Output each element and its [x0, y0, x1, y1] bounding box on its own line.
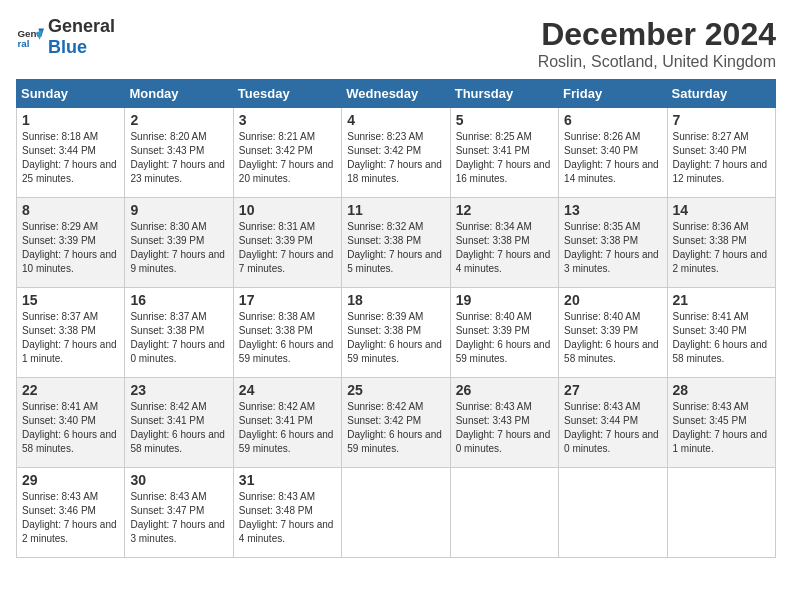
sunset-label: Sunset: 3:39 PM — [130, 235, 204, 246]
col-header-saturday: Saturday — [667, 80, 775, 108]
day-number: 19 — [456, 292, 553, 308]
logo-text: General Blue — [48, 16, 115, 58]
daylight-label: Daylight: 6 hours and 59 minutes. — [347, 429, 442, 454]
sunrise-label: Sunrise: 8:42 AM — [130, 401, 206, 412]
sunset-label: Sunset: 3:41 PM — [239, 415, 313, 426]
sunrise-label: Sunrise: 8:43 AM — [22, 491, 98, 502]
svg-text:ral: ral — [17, 38, 29, 49]
daylight-label: Daylight: 7 hours and 0 minutes. — [130, 339, 225, 364]
sunset-label: Sunset: 3:40 PM — [564, 145, 638, 156]
day-info: Sunrise: 8:41 AM Sunset: 3:40 PM Dayligh… — [673, 310, 770, 366]
sunrise-label: Sunrise: 8:30 AM — [130, 221, 206, 232]
calendar-table: SundayMondayTuesdayWednesdayThursdayFrid… — [16, 79, 776, 558]
daylight-label: Daylight: 7 hours and 0 minutes. — [564, 429, 659, 454]
calendar-cell: 1 Sunrise: 8:18 AM Sunset: 3:44 PM Dayli… — [17, 108, 125, 198]
daylight-label: Daylight: 6 hours and 58 minutes. — [564, 339, 659, 364]
calendar-cell: 6 Sunrise: 8:26 AM Sunset: 3:40 PM Dayli… — [559, 108, 667, 198]
day-number: 31 — [239, 472, 336, 488]
day-info: Sunrise: 8:18 AM Sunset: 3:44 PM Dayligh… — [22, 130, 119, 186]
sunrise-label: Sunrise: 8:37 AM — [130, 311, 206, 322]
daylight-label: Daylight: 7 hours and 7 minutes. — [239, 249, 334, 274]
sunset-label: Sunset: 3:42 PM — [347, 145, 421, 156]
calendar-week-2: 8 Sunrise: 8:29 AM Sunset: 3:39 PM Dayli… — [17, 198, 776, 288]
day-number: 18 — [347, 292, 444, 308]
day-number: 21 — [673, 292, 770, 308]
calendar-cell: 29 Sunrise: 8:43 AM Sunset: 3:46 PM Dayl… — [17, 468, 125, 558]
day-info: Sunrise: 8:43 AM Sunset: 3:48 PM Dayligh… — [239, 490, 336, 546]
calendar-cell: 3 Sunrise: 8:21 AM Sunset: 3:42 PM Dayli… — [233, 108, 341, 198]
calendar-cell: 8 Sunrise: 8:29 AM Sunset: 3:39 PM Dayli… — [17, 198, 125, 288]
calendar-cell: 17 Sunrise: 8:38 AM Sunset: 3:38 PM Dayl… — [233, 288, 341, 378]
day-number: 11 — [347, 202, 444, 218]
day-info: Sunrise: 8:42 AM Sunset: 3:41 PM Dayligh… — [130, 400, 227, 456]
day-number: 8 — [22, 202, 119, 218]
calendar-cell — [450, 468, 558, 558]
calendar-week-5: 29 Sunrise: 8:43 AM Sunset: 3:46 PM Dayl… — [17, 468, 776, 558]
day-number: 28 — [673, 382, 770, 398]
day-number: 4 — [347, 112, 444, 128]
calendar-cell: 12 Sunrise: 8:34 AM Sunset: 3:38 PM Dayl… — [450, 198, 558, 288]
sunset-label: Sunset: 3:38 PM — [347, 325, 421, 336]
day-info: Sunrise: 8:40 AM Sunset: 3:39 PM Dayligh… — [456, 310, 553, 366]
sunrise-label: Sunrise: 8:40 AM — [456, 311, 532, 322]
calendar-week-4: 22 Sunrise: 8:41 AM Sunset: 3:40 PM Dayl… — [17, 378, 776, 468]
calendar-cell: 5 Sunrise: 8:25 AM Sunset: 3:41 PM Dayli… — [450, 108, 558, 198]
day-info: Sunrise: 8:43 AM Sunset: 3:44 PM Dayligh… — [564, 400, 661, 456]
day-info: Sunrise: 8:27 AM Sunset: 3:40 PM Dayligh… — [673, 130, 770, 186]
daylight-label: Daylight: 7 hours and 14 minutes. — [564, 159, 659, 184]
sunrise-label: Sunrise: 8:43 AM — [130, 491, 206, 502]
sunrise-label: Sunrise: 8:23 AM — [347, 131, 423, 142]
calendar-cell: 2 Sunrise: 8:20 AM Sunset: 3:43 PM Dayli… — [125, 108, 233, 198]
sunrise-label: Sunrise: 8:18 AM — [22, 131, 98, 142]
day-info: Sunrise: 8:25 AM Sunset: 3:41 PM Dayligh… — [456, 130, 553, 186]
day-number: 5 — [456, 112, 553, 128]
sunrise-label: Sunrise: 8:34 AM — [456, 221, 532, 232]
day-number: 20 — [564, 292, 661, 308]
daylight-label: Daylight: 7 hours and 1 minute. — [22, 339, 117, 364]
header: Gene ral General Blue December 2024 Rosl… — [16, 16, 776, 71]
calendar-cell: 15 Sunrise: 8:37 AM Sunset: 3:38 PM Dayl… — [17, 288, 125, 378]
day-info: Sunrise: 8:32 AM Sunset: 3:38 PM Dayligh… — [347, 220, 444, 276]
sunrise-label: Sunrise: 8:37 AM — [22, 311, 98, 322]
sunset-label: Sunset: 3:41 PM — [456, 145, 530, 156]
day-info: Sunrise: 8:42 AM Sunset: 3:41 PM Dayligh… — [239, 400, 336, 456]
day-number: 24 — [239, 382, 336, 398]
sunset-label: Sunset: 3:38 PM — [22, 325, 96, 336]
daylight-label: Daylight: 7 hours and 25 minutes. — [22, 159, 117, 184]
calendar-cell: 7 Sunrise: 8:27 AM Sunset: 3:40 PM Dayli… — [667, 108, 775, 198]
calendar-cell — [559, 468, 667, 558]
day-number: 12 — [456, 202, 553, 218]
daylight-label: Daylight: 7 hours and 2 minutes. — [673, 249, 768, 274]
day-number: 14 — [673, 202, 770, 218]
col-header-monday: Monday — [125, 80, 233, 108]
sunrise-label: Sunrise: 8:31 AM — [239, 221, 315, 232]
daylight-label: Daylight: 6 hours and 59 minutes. — [456, 339, 551, 364]
sunrise-label: Sunrise: 8:20 AM — [130, 131, 206, 142]
day-info: Sunrise: 8:35 AM Sunset: 3:38 PM Dayligh… — [564, 220, 661, 276]
calendar-cell: 30 Sunrise: 8:43 AM Sunset: 3:47 PM Dayl… — [125, 468, 233, 558]
calendar-cell: 13 Sunrise: 8:35 AM Sunset: 3:38 PM Dayl… — [559, 198, 667, 288]
calendar-cell: 25 Sunrise: 8:42 AM Sunset: 3:42 PM Dayl… — [342, 378, 450, 468]
sunset-label: Sunset: 3:39 PM — [564, 325, 638, 336]
calendar-subtitle: Roslin, Scotland, United Kingdom — [538, 53, 776, 71]
calendar-cell: 26 Sunrise: 8:43 AM Sunset: 3:43 PM Dayl… — [450, 378, 558, 468]
calendar-week-3: 15 Sunrise: 8:37 AM Sunset: 3:38 PM Dayl… — [17, 288, 776, 378]
day-number: 25 — [347, 382, 444, 398]
daylight-label: Daylight: 7 hours and 0 minutes. — [456, 429, 551, 454]
sunset-label: Sunset: 3:42 PM — [239, 145, 313, 156]
calendar-cell: 21 Sunrise: 8:41 AM Sunset: 3:40 PM Dayl… — [667, 288, 775, 378]
day-info: Sunrise: 8:34 AM Sunset: 3:38 PM Dayligh… — [456, 220, 553, 276]
day-info: Sunrise: 8:41 AM Sunset: 3:40 PM Dayligh… — [22, 400, 119, 456]
sunrise-label: Sunrise: 8:43 AM — [564, 401, 640, 412]
sunset-label: Sunset: 3:44 PM — [564, 415, 638, 426]
day-number: 27 — [564, 382, 661, 398]
sunrise-label: Sunrise: 8:26 AM — [564, 131, 640, 142]
day-number: 3 — [239, 112, 336, 128]
day-number: 10 — [239, 202, 336, 218]
sunset-label: Sunset: 3:38 PM — [130, 325, 204, 336]
day-info: Sunrise: 8:20 AM Sunset: 3:43 PM Dayligh… — [130, 130, 227, 186]
calendar-cell: 10 Sunrise: 8:31 AM Sunset: 3:39 PM Dayl… — [233, 198, 341, 288]
sunrise-label: Sunrise: 8:35 AM — [564, 221, 640, 232]
sunset-label: Sunset: 3:43 PM — [456, 415, 530, 426]
title-section: December 2024 Roslin, Scotland, United K… — [538, 16, 776, 71]
